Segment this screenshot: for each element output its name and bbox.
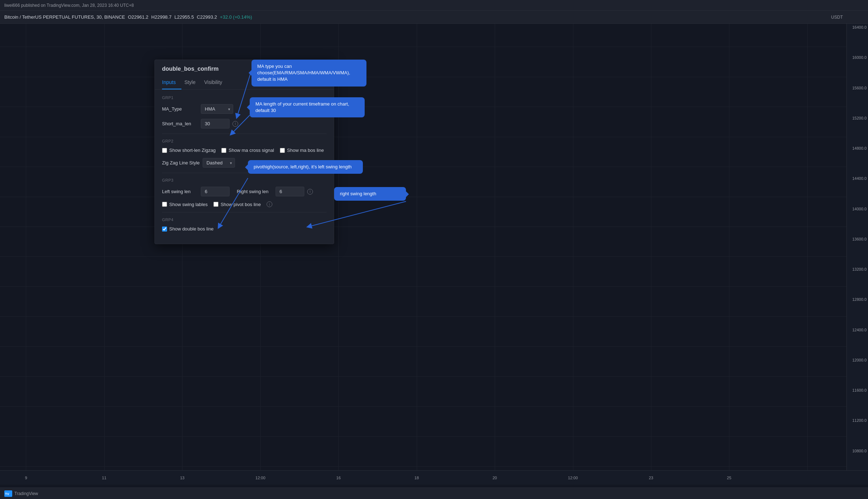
checkbox-double-bos-label: Show double bos line — [169, 226, 214, 232]
tooltip-left-swing: pivothigh(source, left,right), it's left… — [248, 160, 363, 174]
short-ma-len-row: Short_ma_len i — [162, 119, 327, 129]
checkbox-ma-bos[interactable]: Show ma bos line — [280, 148, 324, 153]
modal-title: double_bos_confirm — [162, 66, 218, 72]
left-swing-label: Left swing len — [162, 189, 198, 194]
tooltip-left-swing-text: pivothigh(source, left,right), it's left… — [254, 164, 352, 169]
checkbox-ma-cross-label: Show ma cross signal — [228, 148, 274, 153]
checkbox-ma-bos-input[interactable] — [280, 148, 285, 153]
short-ma-len-input[interactable] — [201, 119, 230, 129]
grp3-section: GRP3 Left swing len Right swing len i S — [162, 178, 327, 207]
ma-type-label: MA_Type — [162, 106, 198, 112]
short-ma-len-label: Short_ma_len — [162, 121, 198, 126]
tooltip-ma-len-text: MA length of your current timeframe on c… — [255, 101, 349, 113]
divider-1 — [162, 134, 327, 134]
ma-type-select-wrapper: EMA RMA SMA HMA WMA VWMA — [201, 104, 233, 114]
pivot-bos-info-icon[interactable]: i — [267, 201, 272, 207]
grp4-label: GRP4 — [162, 218, 327, 222]
tooltip-ma-len: MA length of your current timeframe on c… — [250, 97, 365, 117]
tradingview-text: TradingView — [14, 491, 38, 496]
tooltip-ma-type-text: MA type you can choose(EMA/RMA/SMA/HMA/W… — [257, 64, 350, 82]
tab-style[interactable]: Style — [184, 76, 201, 89]
swing-len-row: Left swing len Right swing len i — [162, 187, 327, 196]
bottom-bar: TV TradingView — [0, 488, 868, 499]
tooltip-right-swing: right swing length — [334, 187, 406, 201]
checkbox-short-zigzag-label: Show short-len Zigzag — [169, 148, 216, 153]
symbol-close: C22993.2 — [197, 14, 217, 20]
svg-text:TV: TV — [5, 492, 9, 496]
checkbox-swing-labels-label: Show swing lables — [169, 202, 208, 207]
right-swing-input[interactable] — [276, 187, 304, 196]
checkbox-swing-labels[interactable]: Show swing lables — [162, 202, 208, 207]
grp2-checkboxes: Show short-len Zigzag Show ma cross sign… — [162, 148, 327, 153]
tooltip-arrows — [0, 24, 868, 485]
symbol-low: L22955.5 — [174, 14, 194, 20]
grp2-label: GRP2 — [162, 139, 327, 143]
symbol-open: O22961.2 — [128, 14, 148, 20]
zigzag-style-label: Zig Zag Line Style — [162, 160, 200, 165]
checkbox-ma-cross-input[interactable] — [221, 148, 226, 153]
ma-type-select[interactable]: EMA RMA SMA HMA WMA VWMA — [201, 104, 233, 114]
tradingview-logo: TV TradingView — [4, 490, 38, 497]
tooltip-right-swing-text: right swing length — [340, 191, 376, 196]
checkbox-pivot-bos-label: Show pivot bos line — [221, 202, 261, 207]
checkbox-pivot-bos[interactable]: Show pivot bos line — [213, 202, 261, 207]
grp4-section: GRP4 Show double bos line — [162, 218, 327, 232]
left-swing-input[interactable] — [201, 187, 230, 196]
top-bar: liwei666 published on TradingView.com, J… — [0, 0, 868, 11]
checkbox-double-bos[interactable]: Show double bos line — [162, 226, 214, 232]
divider-3 — [162, 212, 327, 213]
grp3-label: GRP3 — [162, 178, 327, 182]
tab-visibility[interactable]: Visibility — [204, 76, 228, 89]
grp4-checkboxes: Show double bos line — [162, 226, 327, 232]
tv-logo-icon: TV — [4, 490, 12, 497]
zigzag-style-select[interactable]: Solid Dashed Dotted — [203, 158, 235, 168]
short-ma-len-info-icon[interactable]: i — [232, 121, 238, 127]
tooltip-ma-type: MA type you can choose(EMA/RMA/SMA/HMA/W… — [251, 60, 366, 87]
top-bar-text: liwei666 published on TradingView.com, J… — [4, 3, 134, 8]
symbol-change: +32.0 (+0.14%) — [220, 14, 252, 20]
currency-label: USDT — [831, 15, 843, 20]
chart-area: 16400.0 16000.0 15600.0 15200.0 14800.0 … — [0, 24, 868, 485]
zigzag-style-select-wrapper: Solid Dashed Dotted — [203, 158, 235, 168]
checkbox-ma-cross[interactable]: Show ma cross signal — [221, 148, 274, 153]
settings-modal: double_bos_confirm ✕ Inputs Style Visibi… — [154, 60, 334, 244]
checkbox-double-bos-input[interactable] — [162, 227, 167, 232]
grp3-checkboxes: Show swing lables Show pivot bos line i — [162, 201, 327, 207]
symbol-name: Bitcoin / TetherUS PERPETUAL FUTURES, 30… — [4, 14, 125, 20]
checkbox-swing-labels-input[interactable] — [162, 202, 167, 207]
right-swing-label: Right swing len — [237, 189, 273, 194]
checkbox-ma-bos-label: Show ma bos line — [287, 148, 324, 153]
swing-info-icon[interactable]: i — [307, 189, 313, 195]
checkbox-pivot-bos-input[interactable] — [213, 202, 218, 207]
symbol-high: H22998.7 — [151, 14, 171, 20]
modal-overlay: double_bos_confirm ✕ Inputs Style Visibi… — [0, 24, 868, 485]
tab-inputs[interactable]: Inputs — [162, 76, 181, 89]
checkbox-short-zigzag-input[interactable] — [162, 148, 167, 153]
symbol-bar: Bitcoin / TetherUS PERPETUAL FUTURES, 30… — [0, 11, 868, 24]
checkbox-short-zigzag[interactable]: Show short-len Zigzag — [162, 148, 216, 153]
